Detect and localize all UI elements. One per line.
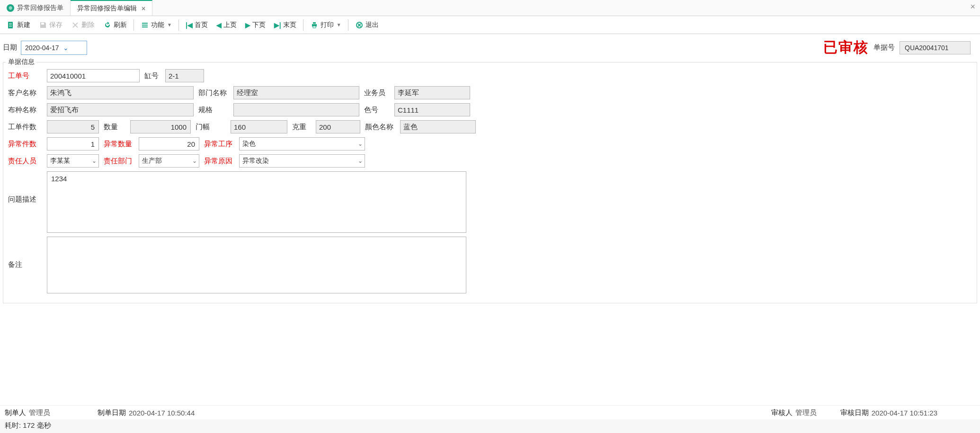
- ab-proc-value: 染色: [242, 140, 256, 148]
- width-label: 门幅: [196, 123, 231, 132]
- colorname-input: [400, 120, 476, 133]
- wo-pcs-label: 工单件数: [8, 123, 47, 132]
- function-button[interactable]: 功能 ▼: [137, 18, 176, 32]
- svg-rect-9: [313, 22, 316, 24]
- create-date-label: 制单日期: [98, 408, 126, 417]
- resp-dept-select[interactable]: 生产部 ⌄: [139, 154, 199, 168]
- desc-label: 问题描述: [8, 171, 47, 204]
- remark-textarea[interactable]: [47, 237, 466, 293]
- spec-input: [233, 103, 359, 116]
- qty-input: [130, 120, 191, 133]
- tank-input: [165, 69, 204, 82]
- caret-down-icon: ▼: [337, 22, 341, 27]
- qty-label: 数量: [104, 123, 130, 132]
- separator: [348, 19, 348, 31]
- svg-rect-2: [9, 25, 12, 25]
- prev-page-button[interactable]: ◀ 上页: [213, 18, 241, 32]
- svg-rect-7: [142, 27, 148, 27]
- exit-icon: [355, 21, 364, 29]
- close-icon[interactable]: ×: [142, 5, 145, 12]
- width-input: [231, 120, 287, 133]
- date-label: 日期: [3, 43, 17, 52]
- save-button[interactable]: 保存: [35, 18, 66, 32]
- svg-rect-3: [9, 26, 12, 27]
- customer-label: 客户名称: [8, 88, 47, 97]
- group-title: 单据信息: [6, 58, 36, 66]
- audit-date-label: 审核日期: [840, 408, 869, 417]
- print-button[interactable]: 打印 ▼: [306, 18, 345, 32]
- ab-pcs-input[interactable]: [47, 137, 99, 150]
- first-icon: |◀: [186, 21, 193, 29]
- prev-icon: ◀: [216, 21, 222, 29]
- ab-reason-value: 异常改染: [242, 157, 269, 165]
- colorname-label: 颜色名称: [365, 123, 400, 132]
- globe-icon: ⊕: [7, 4, 14, 12]
- svg-rect-6: [142, 25, 148, 26]
- tab-report-edit[interactable]: 异常回修报告单编辑 ×: [71, 0, 152, 16]
- toolbar: 新建 保存 删除 刷新 功能 ▼ |◀ 首页 ◀ 上页 ▶: [0, 16, 980, 34]
- ab-proc-select[interactable]: 染色 ⌄: [239, 137, 365, 150]
- svg-rect-1: [9, 23, 12, 24]
- creator-label: 制单人: [5, 408, 26, 417]
- ab-proc-label: 异常工序: [204, 140, 239, 149]
- date-picker[interactable]: 2020-04-17 ⌄: [21, 41, 87, 55]
- creator-value: 管理员: [29, 408, 50, 417]
- create-date-value: 2020-04-17 10:50:44: [129, 409, 195, 417]
- colorno-input: [394, 103, 470, 116]
- remark-label: 备注: [8, 237, 47, 269]
- colorno-label: 色号: [364, 106, 394, 115]
- caret-down-icon: ⌄: [358, 141, 363, 147]
- new-button[interactable]: 新建: [3, 18, 34, 32]
- svg-rect-4: [41, 23, 44, 25]
- resp-dept-value: 生产部: [142, 157, 162, 165]
- customer-input: [47, 86, 194, 99]
- weight-label: 克重: [292, 123, 316, 132]
- tab-report-list[interactable]: ⊕ 异常回修报告单: [0, 0, 71, 16]
- resp-person-value: 李某某: [50, 157, 70, 165]
- tank-label: 缸号: [144, 71, 165, 80]
- docno-value: QUA20041701: [900, 41, 971, 54]
- work-order-input[interactable]: [47, 69, 140, 82]
- fabric-label: 布种名称: [8, 106, 47, 115]
- caret-down-icon: ⌄: [192, 158, 197, 164]
- last-page-button[interactable]: ▶| 末页: [270, 18, 300, 32]
- wo-pcs-input: [47, 120, 99, 133]
- resp-dept-label: 责任部门: [104, 157, 139, 166]
- calendar-caret-icon: ⌄: [63, 44, 69, 52]
- tab-bar: ⊕ 异常回修报告单 异常回修报告单编辑 × ×: [0, 0, 980, 16]
- svg-rect-5: [142, 23, 148, 24]
- delete-button[interactable]: 删除: [67, 18, 98, 32]
- ab-qty-input[interactable]: [139, 137, 199, 150]
- ab-qty-label: 异常数量: [104, 140, 139, 149]
- auditor-value: 管理员: [795, 408, 817, 417]
- salesman-input: [394, 86, 470, 99]
- weight-input: [316, 120, 360, 133]
- resp-person-label: 责任人员: [8, 157, 47, 166]
- next-page-button[interactable]: ▶ 下页: [241, 18, 269, 32]
- tab-label: 异常回修报告单编辑: [77, 4, 137, 13]
- tab-label: 异常回修报告单: [17, 4, 63, 12]
- form-group: 单据信息 工单号 缸号 客户名称 部门名称 业务员 布种名称 规格: [3, 62, 977, 303]
- status-bar: 耗时: 172 毫秒: [0, 419, 980, 433]
- list-icon: [141, 21, 149, 29]
- refresh-button[interactable]: 刷新: [99, 18, 131, 32]
- refresh-icon: [103, 21, 112, 29]
- new-icon: [7, 21, 15, 29]
- window-close-icon[interactable]: ×: [970, 2, 975, 12]
- header-row: 日期 2020-04-17 ⌄ 已审核 单据号 QUA20041701: [0, 34, 980, 62]
- auditor-label: 审核人: [771, 408, 793, 417]
- caret-down-icon: ⌄: [92, 158, 97, 164]
- last-icon: ▶|: [274, 21, 281, 29]
- fabric-input: [47, 103, 194, 116]
- resp-person-select[interactable]: 李某某 ⌄: [47, 154, 99, 168]
- exit-button[interactable]: 退出: [351, 18, 383, 32]
- first-page-button[interactable]: |◀ 首页: [182, 18, 212, 32]
- separator: [178, 19, 179, 31]
- caret-down-icon: ▼: [167, 22, 172, 27]
- spec-label: 规格: [198, 106, 233, 115]
- ab-reason-select[interactable]: 异常改染 ⌄: [239, 154, 365, 168]
- ab-pcs-label: 异常件数: [8, 140, 47, 149]
- save-icon: [39, 21, 47, 29]
- caret-down-icon: ⌄: [358, 158, 363, 164]
- desc-textarea[interactable]: [47, 171, 466, 233]
